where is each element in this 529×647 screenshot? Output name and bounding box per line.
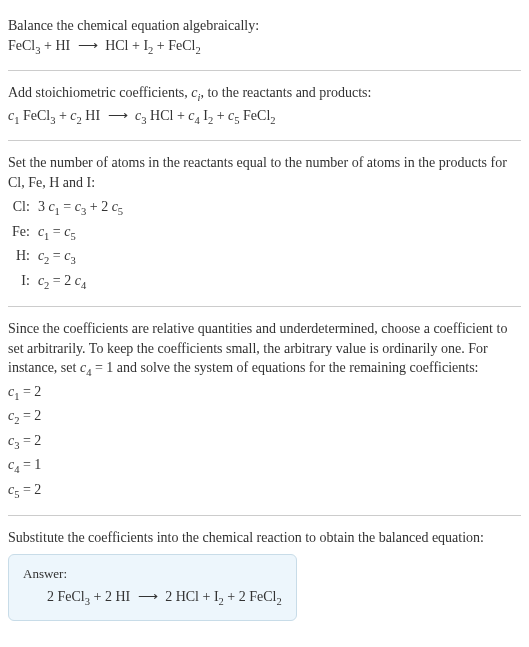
element-label: I: [8, 270, 34, 294]
arrow-icon: ⟶ [104, 108, 132, 123]
divider [8, 306, 521, 307]
element-label: H: [8, 245, 34, 269]
eq-sign: = [49, 224, 64, 239]
final-text: Substitute the coefficients into the che… [8, 528, 521, 548]
stoich-text-a: Add stoichiometric coefficients, [8, 85, 191, 100]
sp5: FeCl [240, 108, 271, 123]
table-row: Cl: 3 c1 = c3 + 2 c5 [8, 196, 127, 220]
eq-sign: = [49, 248, 64, 263]
coef-row: c2 = 2 [8, 405, 521, 429]
answer-label: Answer: [23, 565, 282, 583]
lhs-a: 3 [38, 199, 49, 214]
ans-b: + 2 HI [90, 589, 134, 604]
divider [8, 140, 521, 141]
balanced-equation: 2 FeCl3 + 2 HI ⟶ 2 HCl + I2 + 2 FeCl2 [23, 587, 282, 609]
plus-hi: + HI [40, 38, 73, 53]
sp3: HCl + [147, 108, 189, 123]
sp1: FeCl [19, 108, 50, 123]
product-2: + FeCl [153, 38, 195, 53]
coef-v: = 1 [19, 457, 41, 472]
eq-sign: = [60, 199, 75, 214]
intro-text: Balance the chemical equation algebraica… [8, 16, 521, 36]
ans-c: 2 HCl + I [162, 589, 219, 604]
choose-text-b: = 1 and solve the system of equations fo… [91, 360, 478, 375]
coef-row: c1 = 2 [8, 381, 521, 405]
element-label: Fe: [8, 221, 34, 245]
sp4: I [200, 108, 208, 123]
c3: c [132, 108, 142, 123]
answer-box: Answer: 2 FeCl3 + 2 HI ⟶ 2 HCl + I2 + 2 … [8, 554, 297, 621]
element-eq: c2 = c3 [34, 245, 127, 269]
sp2: HI [82, 108, 104, 123]
r-s2: 5 [118, 206, 123, 217]
table-row: I: c2 = 2 c4 [8, 270, 127, 294]
choose-text: Since the coefficients are relative quan… [8, 319, 521, 381]
stoich-text-b: , to the reactants and products: [200, 85, 371, 100]
atoms-text: Set the number of atoms in the reactants… [8, 153, 521, 192]
coef-row: c4 = 1 [8, 454, 521, 478]
divider [8, 515, 521, 516]
plus-b: + [213, 108, 228, 123]
coef-row: c5 = 2 [8, 479, 521, 503]
stoich-text: Add stoichiometric coefficients, ci, to … [8, 83, 521, 105]
r-mid: + 2 [86, 199, 111, 214]
coef-v: = 2 [19, 433, 41, 448]
atom-equations-table: Cl: 3 c1 = c3 + 2 c5 Fe: c1 = c5 H: c2 =… [8, 196, 127, 294]
r-s1: 3 [70, 255, 75, 266]
stoich-section: Add stoichiometric coefficients, ci, to … [8, 75, 521, 136]
sp5-sub: 2 [270, 114, 275, 125]
element-eq: 3 c1 = c3 + 2 c5 [34, 196, 127, 220]
choose-section: Since the coefficients are relative quan… [8, 311, 521, 511]
final-section: Substitute the coefficients into the che… [8, 520, 521, 628]
coef-v: = 2 [19, 384, 41, 399]
coef-row: c3 = 2 [8, 430, 521, 454]
arrow-icon: ⟶ [74, 38, 102, 53]
ans-ds: 2 [276, 596, 281, 607]
atoms-section: Set the number of atoms in the reactants… [8, 145, 521, 302]
divider [8, 70, 521, 71]
r-s1: 4 [81, 279, 86, 290]
product-2-sub: 2 [195, 44, 200, 55]
coef-v: = 2 [19, 482, 41, 497]
arrow-icon: ⟶ [134, 589, 162, 604]
element-eq: c2 = 2 c4 [34, 270, 127, 294]
r-s1: 5 [70, 231, 75, 242]
table-row: H: c2 = c3 [8, 245, 127, 269]
element-eq: c1 = c5 [34, 221, 127, 245]
ans-d: + 2 FeCl [224, 589, 277, 604]
reactant-1: FeCl [8, 38, 35, 53]
plus-a: + [55, 108, 70, 123]
product-1: HCl + I [102, 38, 148, 53]
table-row: Fe: c1 = c5 [8, 221, 127, 245]
coef-v: = 2 [19, 408, 41, 423]
eq-sign: = 2 [49, 273, 74, 288]
coefficient-list: c1 = 2 c2 = 2 c3 = 2 c4 = 1 c5 = 2 [8, 381, 521, 503]
stoich-equation: c1 FeCl3 + c2 HI ⟶ c3 HCl + c4 I2 + c5 F… [8, 106, 521, 128]
element-label: Cl: [8, 196, 34, 220]
unbalanced-equation: FeCl3 + HI ⟶ HCl + I2 + FeCl2 [8, 36, 521, 58]
intro-section: Balance the chemical equation algebraica… [8, 8, 521, 66]
ans-a: 2 FeCl [47, 589, 85, 604]
